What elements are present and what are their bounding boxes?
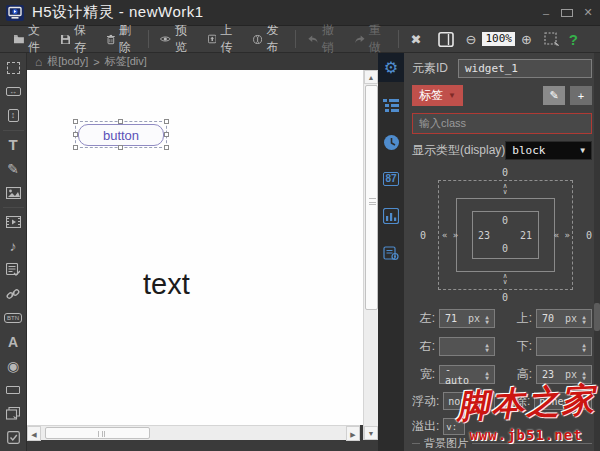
undo-icon (308, 34, 318, 45)
tag-dropdown-button[interactable]: 标签 ▼ (412, 85, 463, 106)
resize-handle-nw[interactable] (73, 119, 78, 124)
resize-handle-se[interactable] (164, 145, 169, 150)
tab-tree-icon[interactable] (378, 90, 404, 120)
close-button[interactable]: ✕ (582, 6, 594, 19)
input-field-icon[interactable] (2, 378, 25, 401)
app-window: H5设计精灵 - newWork1 – ✕ 文件 保存 删除 预览 上传 (0, 0, 600, 451)
vertical-scroll-thumb[interactable] (365, 85, 378, 310)
font-icon[interactable]: A (2, 330, 25, 353)
resize-handle-n[interactable] (118, 119, 123, 124)
zoom-out-button[interactable]: ⊖ (464, 30, 479, 49)
inspector-tab-strip: ⚙ 87 (378, 53, 404, 451)
horizontal-widget-icon[interactable]: ↔ (2, 80, 25, 103)
resize-canvas-button[interactable] (538, 30, 565, 48)
inner-bottom-value[interactable]: 0 (502, 243, 508, 254)
left-input[interactable]: 71px▲▼ (439, 309, 495, 328)
div-container-icon[interactable] (2, 56, 25, 79)
resize-handle-sw[interactable] (73, 145, 78, 150)
inner-top-value[interactable]: 0 (502, 215, 508, 226)
tab-properties-gear-icon[interactable]: ⚙ (378, 53, 404, 82)
display-select[interactable]: block ▼ (505, 141, 592, 160)
right-input[interactable]: ▲▼ (439, 337, 495, 356)
canvas-text-widget[interactable]: text (143, 268, 190, 301)
margin-top-value[interactable]: 0 (502, 167, 508, 178)
home-icon[interactable]: ⌂ (35, 55, 42, 69)
breadcrumb-separator: > (93, 56, 99, 68)
vertical-scrollbar[interactable]: ▲ ▼ (363, 70, 378, 440)
inner-right-value[interactable]: 21 (520, 230, 532, 241)
collapse-right-icon[interactable]: « » (554, 232, 570, 238)
breadcrumb-current[interactable]: 标签[div] (105, 54, 147, 69)
panel-scroll-thumb[interactable] (594, 303, 600, 331)
bottom-input[interactable]: ▲▼ (536, 337, 592, 356)
margin-bottom-value[interactable]: 0 (502, 292, 508, 303)
element-id-label: 元素ID (412, 60, 448, 77)
zoom-level-value[interactable]: 100% (482, 32, 515, 46)
toolbox-divider (3, 207, 24, 208)
margin-right-value[interactable]: 0 (586, 230, 592, 241)
image-icon[interactable] (2, 181, 25, 204)
height-input[interactable]: 23px▲▼ (536, 365, 592, 384)
form-edit-icon[interactable]: ✎ (2, 157, 25, 180)
horizontal-scroll-thumb[interactable] (45, 427, 150, 439)
panel-scrollbar[interactable] (594, 53, 600, 451)
scroll-left-icon[interactable]: ◀ (27, 426, 41, 441)
resize-handle-w[interactable] (73, 132, 78, 137)
design-canvas[interactable]: button text (27, 70, 375, 425)
collapse-left-icon[interactable]: « » (442, 232, 458, 238)
radio-icon[interactable]: ◉ (2, 354, 25, 377)
help-button[interactable]: ? (569, 31, 578, 48)
button-tool-icon[interactable]: BTN (2, 306, 25, 329)
toolbox-divider (3, 130, 24, 131)
collapse-top-icon[interactable]: ∧∨ (503, 183, 507, 195)
toolbar-separator (398, 30, 399, 48)
selection-box[interactable]: button (75, 121, 167, 148)
tab-animation-clock-icon[interactable] (378, 127, 404, 157)
tab-chart-icon[interactable] (378, 201, 404, 231)
text-tool-icon[interactable]: T (2, 133, 25, 156)
inner-left-value[interactable]: 23 (478, 230, 490, 241)
resize-handle-ne[interactable] (164, 119, 169, 124)
video-icon[interactable] (2, 210, 25, 233)
resize-handle-s[interactable] (118, 145, 123, 150)
audio-icon[interactable]: ♪ (2, 234, 25, 257)
zoom-in-icon: ⊕ (521, 32, 532, 47)
stepper-icon: ▲▼ (482, 342, 492, 352)
box-model-diagram: 0 0 0 0 ∧∨ ∧∨ « » « » 0 0 23 21 (412, 167, 598, 303)
margin-left-value[interactable]: 0 (420, 230, 426, 241)
element-id-input[interactable]: widget_1 (458, 59, 592, 78)
chevron-down-icon: ▼ (583, 397, 587, 405)
canvas-button-widget[interactable]: button (78, 124, 164, 146)
width-input[interactable]: - auto▲▼ (439, 365, 495, 384)
resize-handle-e[interactable] (164, 132, 169, 137)
left-label: 左: (420, 310, 435, 327)
breadcrumb-root[interactable]: 根[body] (47, 54, 88, 69)
tab-events-icon[interactable] (378, 238, 404, 268)
window-stack-icon[interactable] (2, 402, 25, 425)
scroll-up-icon[interactable]: ▲ (364, 70, 378, 84)
tab-z-order-icon[interactable]: 87 (378, 164, 404, 194)
device-icon (438, 32, 454, 47)
float-select[interactable]: none (443, 392, 495, 410)
link-icon[interactable] (2, 282, 25, 305)
top-input[interactable]: 70px▲▼ (536, 309, 592, 328)
class-input[interactable]: 输入class (412, 113, 592, 134)
collapse-bottom-icon[interactable]: ∧∨ (503, 273, 507, 285)
restore-button[interactable] (561, 9, 573, 17)
checkbox-icon[interactable] (2, 426, 25, 449)
add-class-button[interactable]: + (570, 86, 592, 105)
form-list-icon[interactable] (2, 258, 25, 281)
zoom-in-button[interactable]: ⊕ (519, 30, 534, 49)
scroll-down-icon[interactable]: ▼ (364, 426, 378, 440)
edit-style-button[interactable]: ✎ (543, 86, 565, 105)
redo-icon (355, 34, 365, 45)
overflow-select[interactable]: v: (443, 418, 465, 435)
device-frame-button[interactable] (432, 30, 460, 49)
clear-selection-button[interactable]: ✖ (405, 30, 428, 49)
widget-toolbox: ↔ ↕ T ✎ ♪ BTN A ◉ (0, 53, 27, 451)
minimize-button[interactable]: – (540, 7, 552, 19)
clear-select[interactable]: none▼ (534, 392, 592, 410)
scroll-right-icon[interactable]: ▶ (346, 426, 360, 441)
horizontal-scrollbar[interactable]: ◀ ▶ (27, 425, 360, 440)
vertical-widget-icon[interactable]: ↕ (2, 104, 25, 127)
